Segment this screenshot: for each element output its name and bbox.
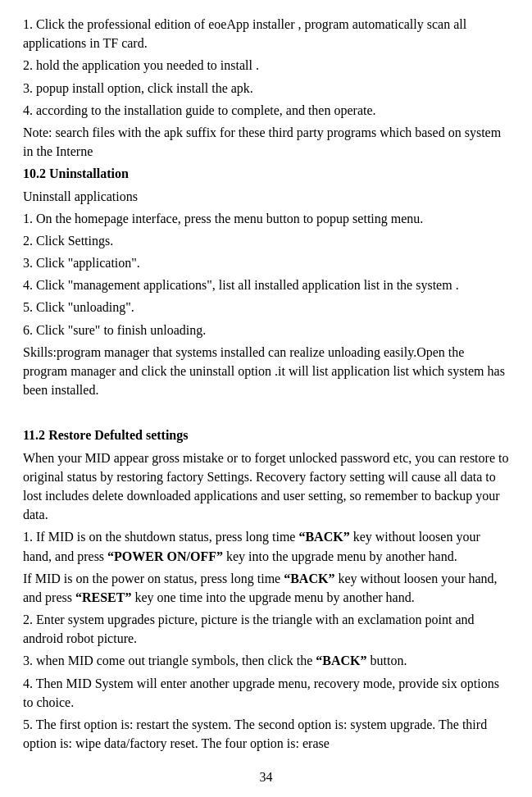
s2p3-bold-2: “RESET” <box>75 590 131 604</box>
paragraph-7: 1. On the homepage interface, press the … <box>23 209 509 228</box>
heading-11-2-label: Restore Defulted settings <box>45 428 188 442</box>
s2p2-text-after: key into the upgrade menu by another han… <box>223 549 457 563</box>
page-number: 34 <box>23 767 509 786</box>
s2p2-bold-1: “BACK” <box>298 530 349 544</box>
paragraph-1: 1. Click the professional edition of eoe… <box>23 15 509 52</box>
section2-paragraph-2: 1. If MID is on the shutdown status, pre… <box>23 527 509 565</box>
section2-paragraph-6: 4. Then MID System will enter another up… <box>23 674 509 712</box>
paragraph-10: 4. Click "management applications", list… <box>23 276 509 294</box>
heading-11-2: 11.2 Restore Defulted settings <box>23 426 509 444</box>
s2p5-bold-1: “BACK” <box>316 654 366 667</box>
paragraph-6: Uninstall applications <box>23 187 509 206</box>
paragraph-12: 6. Click "sure" to finish unloading. <box>23 321 509 339</box>
spacer-1 <box>23 403 509 414</box>
heading-10-2-prefix: 10.2 <box>23 166 46 180</box>
paragraph-3: 3. popup install option, click install t… <box>23 79 509 98</box>
heading-10-2: 10.2 Uninstallation <box>23 164 509 183</box>
s2p3-bold-1: “BACK” <box>284 572 334 585</box>
section2-paragraph-7: 5. The first option is: restart the syst… <box>23 715 509 753</box>
section2-paragraph-3: If MID is on the power on status, press … <box>23 569 509 607</box>
paragraph-13: Skills:program manager that systems inst… <box>23 343 509 400</box>
paragraph-4: 4. according to the installation guide t… <box>23 101 509 120</box>
paragraph-note: Note: search files with the apk suffix f… <box>23 123 509 161</box>
section2-paragraph-5: 3. when MID come out triangle symbols, t… <box>23 651 509 670</box>
spacer-2 <box>23 414 509 426</box>
s2p5-text-before: 3. when MID come out triangle symbols, t… <box>23 654 316 667</box>
s2p2-bold-2: “POWER ON/OFF” <box>107 549 223 563</box>
paragraph-9: 3. Click "application". <box>23 253 509 272</box>
paragraph-2: 2. hold the application you needed to in… <box>23 56 509 75</box>
page-content: 1. Click the professional edition of eoe… <box>23 15 509 787</box>
s2p2-text-before: 1. If MID is on the shutdown status, pre… <box>23 530 298 544</box>
s2p3-text-after: key one time into the upgrade menu by an… <box>131 590 414 604</box>
paragraph-8: 2. Click Settings. <box>23 231 509 250</box>
heading-11-2-prefix: 11.2 <box>23 428 45 442</box>
paragraph-11: 5. Click "unloading". <box>23 298 509 317</box>
section2-paragraph-4: 2. Enter system upgrades picture, pictur… <box>23 610 509 648</box>
s2p5-text-after: button. <box>367 654 407 667</box>
s2p3-text-before: If MID is on the power on status, press … <box>23 572 284 585</box>
section2-paragraph-1: When your MID appear gross mistake or to… <box>23 449 509 525</box>
heading-10-2-label: Uninstallation <box>46 166 129 180</box>
